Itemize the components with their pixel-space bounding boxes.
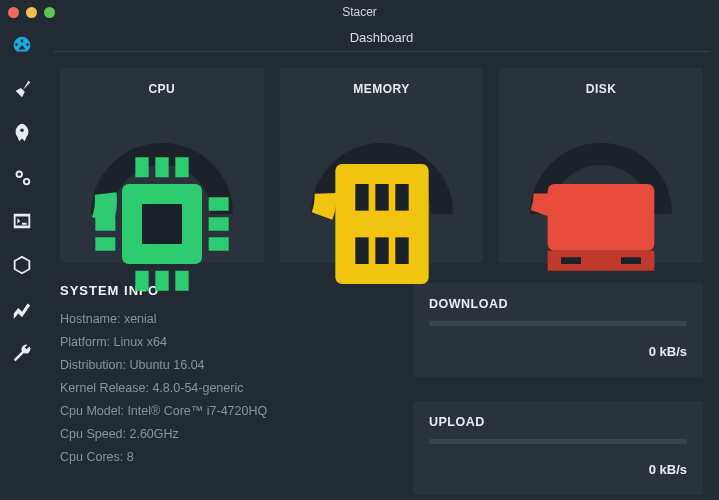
- memory-gauge: [302, 104, 462, 224]
- upload-card: UPLOAD 0 kB/s: [413, 401, 703, 495]
- rocket-icon: [11, 122, 33, 144]
- sidebar: [0, 24, 44, 500]
- broom-icon: [11, 78, 33, 100]
- sysinfo-row: Cpu Model: Intel® Core™ i7-4720HQ: [60, 404, 389, 418]
- sidebar-item-cleaner[interactable]: [11, 78, 33, 100]
- svg-rect-12: [621, 257, 641, 264]
- sysinfo-row: Platform: Linux x64: [60, 335, 389, 349]
- sidebar-item-packages[interactable]: [11, 254, 33, 276]
- sysinfo-row: Hostname: xenial: [60, 312, 389, 326]
- svg-rect-7: [375, 237, 388, 264]
- sysinfo-row: Kernel Release: 4.8.0-54-generic: [60, 381, 389, 395]
- sidebar-item-dashboard[interactable]: [11, 34, 33, 56]
- sidebar-item-startup[interactable]: [11, 122, 33, 144]
- cpu-card: CPU 12%: [60, 68, 264, 263]
- sidebar-item-services[interactable]: [11, 166, 33, 188]
- svg-rect-2: [335, 164, 428, 284]
- cpu-icon: [82, 144, 242, 304]
- upload-bar: [429, 439, 687, 444]
- memory-card: MEMORY 1.53 / 15.65GB: [280, 68, 484, 263]
- memory-title: MEMORY: [353, 82, 410, 96]
- disk-card: DISK 5.5 / 61.2GB: [499, 68, 703, 263]
- gears-icon: [11, 166, 33, 188]
- window-title: Stacer: [0, 5, 719, 19]
- disk-gauge: [521, 104, 681, 224]
- memory-icon: [302, 144, 462, 304]
- disk-title: DISK: [586, 82, 617, 96]
- gauge-icon: [11, 34, 33, 56]
- wrench-icon: [11, 342, 33, 364]
- sysinfo-row: Cpu Speed: 2.60GHz: [60, 427, 389, 441]
- download-bar: [429, 321, 687, 326]
- cpu-gauge: [82, 104, 242, 224]
- upload-title: UPLOAD: [429, 415, 687, 429]
- svg-rect-11: [561, 257, 581, 264]
- svg-rect-9: [548, 184, 655, 251]
- svg-rect-3: [355, 184, 368, 211]
- svg-rect-4: [375, 184, 388, 211]
- svg-rect-8: [395, 237, 408, 264]
- package-icon: [11, 254, 33, 276]
- upload-value: 0 kB/s: [429, 462, 687, 477]
- page-title: Dashboard: [54, 24, 709, 52]
- download-value: 0 kB/s: [429, 344, 687, 359]
- sidebar-item-processes[interactable]: [11, 210, 33, 232]
- titlebar: Stacer: [0, 0, 719, 24]
- cpu-title: CPU: [148, 82, 175, 96]
- disk-icon: [521, 144, 681, 304]
- svg-rect-1: [142, 204, 182, 244]
- sysinfo-row: Cpu Cores: 8: [60, 450, 389, 464]
- gauge-row: CPU 12% MEMORY: [60, 68, 703, 263]
- svg-rect-6: [355, 237, 368, 264]
- terminal-icon: [11, 210, 33, 232]
- sysinfo-row: Distribution: Ubuntu 16.04: [60, 358, 389, 372]
- sidebar-item-settings[interactable]: [11, 342, 33, 364]
- sidebar-item-resources[interactable]: [11, 298, 33, 320]
- svg-rect-5: [395, 184, 408, 211]
- system-info: SYSTEM INFO Hostname: xenial Platform: L…: [60, 283, 389, 500]
- chart-icon: [11, 298, 33, 320]
